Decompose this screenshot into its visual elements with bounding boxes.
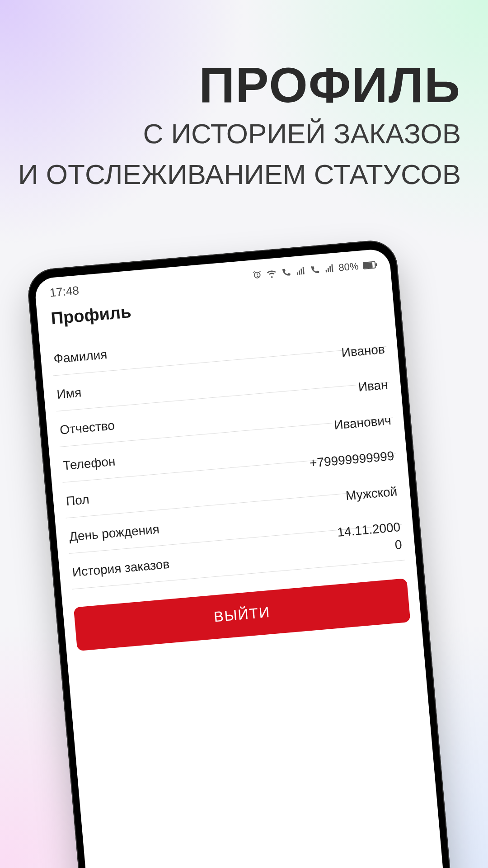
promo-subtitle-line2: И ОТСЛЕЖИВАНИЕМ СТАТУСОВ	[18, 156, 461, 193]
app-screen: 17:48 80% Профиль Фамилия Иванов	[34, 248, 454, 868]
signal2-icon	[324, 263, 335, 274]
promo-heading: ПРОФИЛЬ С ИСТОРИЕЙ ЗАКАЗОВ И ОТСЛЕЖИВАНИ…	[18, 59, 461, 193]
logout-button[interactable]: ВЫЙТИ	[74, 578, 411, 651]
battery-icon	[363, 261, 376, 269]
signal1-icon	[295, 266, 306, 277]
status-time: 17:48	[49, 283, 80, 300]
wifi-icon	[266, 268, 277, 279]
battery-text: 80%	[338, 260, 359, 274]
field-order-history-value: 0	[394, 538, 403, 552]
profile-fields: Фамилия Иванов Имя Иван Отчество Иванови…	[39, 310, 416, 590]
promo-title: ПРОФИЛЬ	[18, 59, 461, 111]
call2-icon	[310, 264, 320, 275]
phone-frame: 17:48 80% Профиль Фамилия Иванов	[26, 239, 462, 868]
promo-subtitle-line1: С ИСТОРИЕЙ ЗАКАЗОВ	[18, 116, 461, 152]
alarm-icon	[252, 269, 263, 280]
call1-icon	[281, 267, 291, 278]
